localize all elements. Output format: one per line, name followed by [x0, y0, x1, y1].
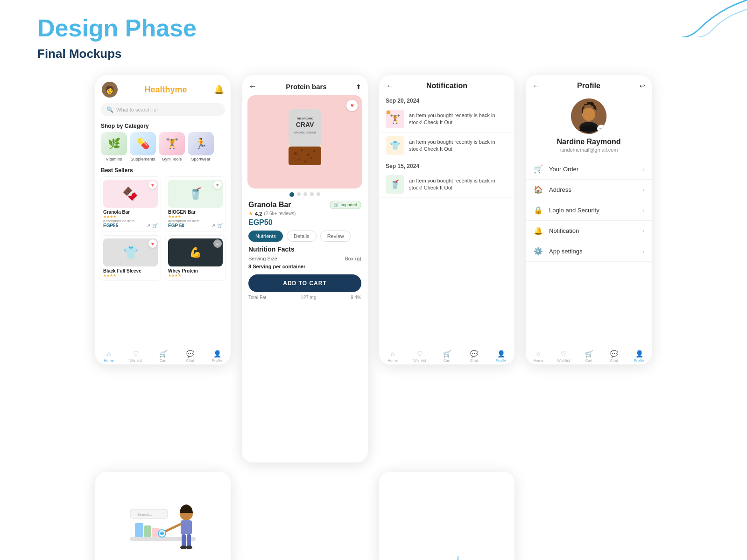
- total-fat-label: Total Fat: [248, 295, 266, 300]
- cart-nav-icon: 🛒: [159, 350, 167, 357]
- share-icon[interactable]: ↗: [147, 223, 150, 228]
- rating-number: 4.2: [255, 211, 262, 217]
- product-biogen[interactable]: ♥ 🥤 BIOGEN Bar ★★★★ description on item …: [165, 176, 226, 231]
- product-name-row: Granola Bar 🛒 Imported: [248, 201, 361, 209]
- menu-login-security[interactable]: 🔒 Login and Security ›: [526, 200, 652, 221]
- biogen-actions: ↗ 🛒: [211, 223, 223, 228]
- profile-nav-cart-label: Cart: [585, 358, 592, 363]
- svg-point-6: [294, 152, 297, 155]
- notification-item-3: 🥤 an Item you bought recently is back in…: [379, 171, 514, 198]
- dot-2[interactable]: [297, 192, 301, 196]
- svg-point-10: [298, 159, 300, 161]
- notif-nav-home[interactable]: ⌂ Home: [379, 350, 406, 363]
- profile-nav-cart[interactable]: 🛒 Cart: [576, 350, 601, 363]
- search-bar[interactable]: 🔍 What to search for: [101, 103, 225, 116]
- share-icon2[interactable]: ↗: [211, 223, 215, 228]
- notif-nav-profile-label: Profile: [496, 358, 507, 363]
- notif-title: Notification: [426, 82, 467, 90]
- nav-chat[interactable]: 💬 Chat: [176, 350, 204, 363]
- menu-your-order[interactable]: 🛒 Your Order ›: [526, 159, 652, 180]
- product-price: EGP50: [248, 218, 361, 227]
- wishlist-granola-icon[interactable]: ♥: [148, 181, 157, 189]
- dot-4[interactable]: [310, 192, 314, 196]
- cart-icon[interactable]: 🛒: [152, 223, 158, 228]
- profile-nav-icon: 👤: [213, 350, 221, 357]
- notif-nav-profile[interactable]: 👤 Profile: [487, 350, 514, 363]
- profile-back-button[interactable]: ←: [532, 81, 541, 91]
- notif-nav-cart-label: Cart: [443, 358, 450, 363]
- notif-nav-cart[interactable]: 🛒 Cart: [433, 350, 460, 363]
- bestsellers-section-title: Best Sellers: [95, 165, 231, 176]
- screen-home: 🧑 Healthyme 🔔 🔍 What to search for Shop …: [95, 75, 231, 364]
- profile-avatar-section: ✏ Nardine Raymond randomemail@gmail.com: [526, 94, 652, 159]
- logout-button[interactable]: ↩: [640, 82, 645, 90]
- title-normal: Design: [37, 14, 118, 42]
- serving-per-container: 8 Serving per container: [248, 264, 361, 269]
- profile-nav-home[interactable]: ⌂ Home: [526, 350, 551, 363]
- search-icon: 🔍: [106, 106, 113, 113]
- partial-screen-left: Search...: [95, 472, 231, 560]
- order-icon: 🛒: [533, 165, 543, 174]
- profile-nav-wishlist[interactable]: ♡ Wishlist: [551, 350, 576, 363]
- notification-icon: 🔔: [533, 226, 543, 235]
- notif-wishlist-icon: ♡: [417, 350, 423, 357]
- bell-icon[interactable]: 🔔: [214, 84, 224, 95]
- sleeve-stars: ★★★★: [103, 273, 158, 278]
- notif-text-2: an Item you bought recently is back in s…: [409, 139, 508, 153]
- wishlist-sleeve-icon[interactable]: ♥: [148, 239, 157, 248]
- nav-cart[interactable]: 🛒 Cart: [149, 350, 176, 363]
- avatar-edit-icon[interactable]: ✏: [597, 125, 606, 133]
- biogen-name: BIOGEN Bar: [168, 210, 223, 215]
- svg-point-25: [180, 546, 187, 549]
- category-vitamins[interactable]: 🌿 Vitamins: [101, 132, 127, 161]
- category-supplements[interactable]: 💊 Supplements: [130, 132, 156, 161]
- sportwear-label: Sportwear: [191, 157, 210, 161]
- nav-home[interactable]: ⌂ Home: [95, 350, 122, 363]
- rating-stars: ★: [248, 210, 253, 217]
- whey-name: Whey Protein: [168, 268, 223, 273]
- dot-3[interactable]: [303, 192, 307, 196]
- svg-rect-24: [187, 534, 191, 547]
- share-button[interactable]: ⬆: [356, 83, 361, 91]
- illustration-svg: Search...: [116, 481, 210, 556]
- profile-nav-chat[interactable]: 💬 Chat: [601, 350, 627, 363]
- notif-nav-wishlist[interactable]: ♡ Wishlist: [406, 350, 433, 363]
- product-whey[interactable]: ••• 💪 Whey Protein ★★★★: [165, 235, 226, 281]
- add-to-cart-button[interactable]: ADD TO CART: [248, 274, 361, 292]
- menu-notification[interactable]: 🔔 Notification ›: [526, 221, 652, 241]
- biogen-desc: description on item: [168, 219, 223, 223]
- whey-menu-icon[interactable]: •••: [213, 239, 222, 248]
- partial-screen-right: [379, 472, 514, 560]
- menu-app-settings[interactable]: ⚙️ App settings ›: [526, 241, 652, 262]
- notif-back-button[interactable]: ←: [386, 81, 394, 91]
- back-button[interactable]: ←: [248, 82, 257, 91]
- wishlist-biogen-icon[interactable]: ♥: [213, 181, 222, 189]
- notif-nav-chat[interactable]: 💬 Chat: [460, 350, 487, 363]
- category-gym[interactable]: 🏋️ Gym Tools: [159, 132, 185, 161]
- granola-price: EGP55: [103, 223, 118, 228]
- supplements-image: 💊: [130, 132, 156, 155]
- nav-wishlist[interactable]: ♡ Wishlist: [122, 350, 149, 363]
- dot-5[interactable]: [317, 192, 320, 196]
- vitamins-label: Vitamins: [106, 157, 122, 161]
- product-sleeve[interactable]: ♥ 👕 Black Full Sleeve ★★★★: [100, 235, 161, 281]
- biogen-stars: ★★★★: [168, 215, 223, 219]
- notif-thumb-2: 👕: [386, 136, 404, 155]
- svg-text:THE ORGANIC: THE ORGANIC: [297, 117, 313, 120]
- notif-home-icon: ⌂: [391, 350, 395, 357]
- notif-profile-icon: 👤: [497, 350, 505, 357]
- tab-details[interactable]: Details: [287, 231, 317, 242]
- tab-review[interactable]: Review: [320, 231, 351, 242]
- product-granola[interactable]: ♥ 🍫 Granola Bar ★★★★ description on item…: [100, 176, 161, 231]
- nav-home-label: Home: [104, 358, 113, 363]
- cart-icon2[interactable]: 🛒: [217, 223, 223, 228]
- menu-address[interactable]: 🏠 Address ›: [526, 180, 652, 200]
- nav-profile[interactable]: 👤 Profile: [204, 350, 231, 363]
- page-subtitle: Final Mockups: [37, 47, 710, 61]
- dot-1[interactable]: [289, 192, 294, 197]
- category-sportwear[interactable]: 🏃 Sportwear: [188, 132, 214, 161]
- profile-nav-profile[interactable]: 👤 Profile: [627, 350, 652, 363]
- tab-nutrients[interactable]: Nutrients: [248, 231, 283, 242]
- serving-size-label: Serving Size: [248, 256, 277, 261]
- product-wishlist-icon[interactable]: ♥: [346, 100, 358, 111]
